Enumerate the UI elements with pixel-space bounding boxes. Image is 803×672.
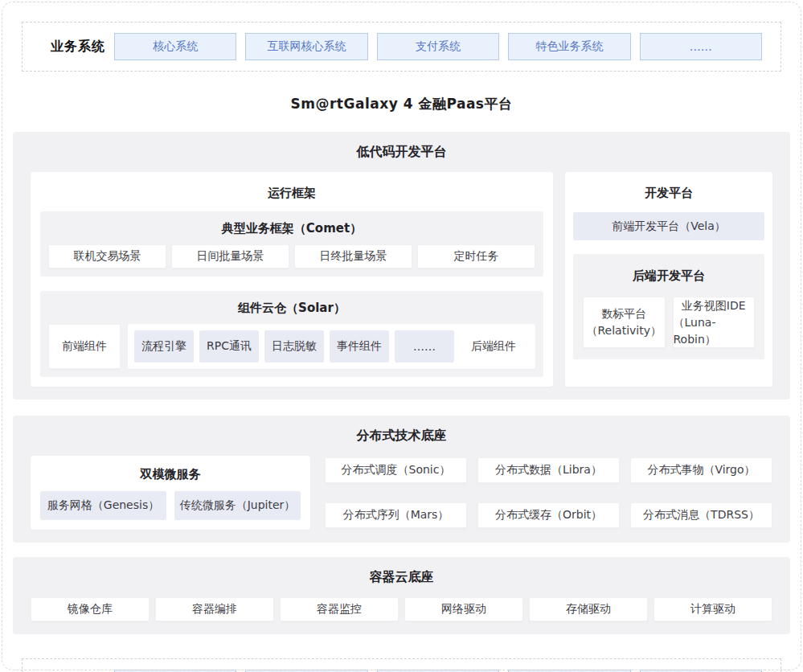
libra-data-button[interactable]: 分布式数据（Libra） [477, 457, 620, 483]
solar-title: 组件云仓（Solar） [48, 301, 535, 316]
container-orchestration-button[interactable]: 容器编排 [155, 597, 274, 621]
container-monitoring-button[interactable]: 容器监控 [280, 597, 399, 621]
relativity-name: 数标平台 [601, 305, 646, 322]
dev-platform-title: 开发平台 [573, 186, 764, 201]
jupiter-microservice-chip[interactable]: 传统微服务（Jupiter） [174, 491, 301, 520]
container-cloud-title: 容器云底座 [31, 569, 772, 586]
comet-online-trade-button[interactable]: 联机交易场景 [48, 244, 166, 268]
solar-more-chip[interactable]: …… [395, 330, 454, 363]
infrastructure-row: 基础设施 物理机 虚拟机 私有云 公有云 国产化硬件 [22, 658, 781, 672]
business-systems-row: 业务系统 核心系统 互联网核心系统 支付系统 特色业务系统 …… [22, 22, 781, 72]
virgo-transaction-button[interactable]: 分布式事物（Virgo） [630, 457, 772, 483]
vela-frontend-dev-button[interactable]: 前端开发平台（Vela） [573, 212, 764, 240]
low-code-platform-title: 低代码开发平台 [31, 144, 772, 161]
business-system-internet-core[interactable]: 互联网核心系统 [245, 33, 367, 60]
business-systems-label: 业务系统 [23, 39, 114, 55]
luna-robin-ide-button[interactable]: 业务视图IDE （Luna-Robin） [673, 297, 756, 348]
solar-frontend-component-button[interactable]: 前端组件 [48, 324, 121, 369]
storage-driver-button[interactable]: 存储驱动 [529, 597, 648, 621]
comet-daytime-batch-button[interactable]: 日间批量场景 [171, 244, 289, 268]
solar-log-masking-chip[interactable]: 日志脱敏 [264, 330, 324, 363]
distributed-grid: 分布式调度（Sonic） 分布式数据（Libra） 分布式事物（Virgo） 分… [325, 456, 772, 530]
dev-platform-card: 开发平台 前端开发平台（Vela） 后端开发平台 数标平台 （Relativit… [565, 172, 772, 387]
compute-driver-button[interactable]: 计算驱动 [653, 597, 772, 621]
relativity-platform-button[interactable]: 数标平台 （Relativity） [583, 297, 666, 348]
business-system-payment[interactable]: 支付系统 [377, 33, 499, 60]
backend-dev-panel: 后端开发平台 数标平台 （Relativity） 业务视图IDE （Luna-R… [573, 254, 764, 359]
dual-mode-microservice-card: 双模微服务 服务网格（Genesis） 传统微服务（Jupiter） [31, 456, 310, 530]
backend-dev-title: 后端开发平台 [583, 268, 755, 284]
distributed-base-title: 分布式技术底座 [31, 428, 772, 445]
business-system-core[interactable]: 核心系统 [114, 33, 236, 60]
luna-robin-sub: （Luna-Robin） [674, 314, 755, 348]
low-code-platform-section: 低代码开发平台 运行框架 典型业务框架（Comet） 联机交易场景 日间批量场景… [13, 132, 790, 400]
comet-endofday-batch-button[interactable]: 日终批量场景 [294, 244, 412, 268]
business-system-more[interactable]: …… [640, 33, 762, 60]
comet-title: 典型业务框架（Comet） [48, 221, 535, 236]
comet-panel: 典型业务框架（Comet） 联机交易场景 日间批量场景 日终批量场景 定时任务 [40, 211, 543, 277]
orbit-cache-button[interactable]: 分布式缓存（Orbit） [477, 502, 620, 528]
luna-robin-name: 业务视图IDE [682, 297, 746, 314]
solar-component-group: 流程引擎 RPC通讯 日志脱敏 事件组件 …… 后端组件 [128, 324, 535, 369]
runtime-framework-title: 运行框架 [40, 186, 543, 201]
page-title: Sm@rtGalaxy 4 金融Paas平台 [0, 95, 803, 113]
image-registry-button[interactable]: 镜像仓库 [31, 597, 150, 621]
comet-timed-task-button[interactable]: 定时任务 [417, 244, 535, 268]
solar-process-engine-chip[interactable]: 流程引擎 [134, 330, 194, 363]
sonic-scheduling-button[interactable]: 分布式调度（Sonic） [325, 457, 467, 483]
business-system-special[interactable]: 特色业务系统 [508, 33, 630, 60]
genesis-service-mesh-chip[interactable]: 服务网格（Genesis） [40, 491, 166, 520]
solar-backend-component-label: 后端组件 [460, 339, 527, 354]
relativity-sub: （Relativity） [586, 322, 662, 339]
runtime-framework-card: 运行框架 典型业务框架（Comet） 联机交易场景 日间批量场景 日终批量场景 … [31, 172, 553, 387]
tdrss-message-button[interactable]: 分布式消息（TDRSS） [630, 502, 772, 528]
network-driver-button[interactable]: 网络驱动 [404, 597, 523, 621]
solar-event-chip[interactable]: 事件组件 [330, 330, 389, 363]
container-cloud-section: 容器云底座 镜像仓库 容器编排 容器监控 网络驱动 存储驱动 计算驱动 [13, 557, 790, 634]
distributed-base-section: 分布式技术底座 双模微服务 服务网格（Genesis） 传统微服务（Jupite… [13, 416, 790, 543]
mars-sequence-button[interactable]: 分布式序列（Mars） [325, 502, 467, 528]
solar-rpc-chip[interactable]: RPC通讯 [199, 330, 259, 363]
solar-panel: 组件云仓（Solar） 前端组件 流程引擎 RPC通讯 日志脱敏 事件组件 ……… [40, 291, 543, 377]
dual-mode-title: 双模微服务 [40, 467, 301, 482]
